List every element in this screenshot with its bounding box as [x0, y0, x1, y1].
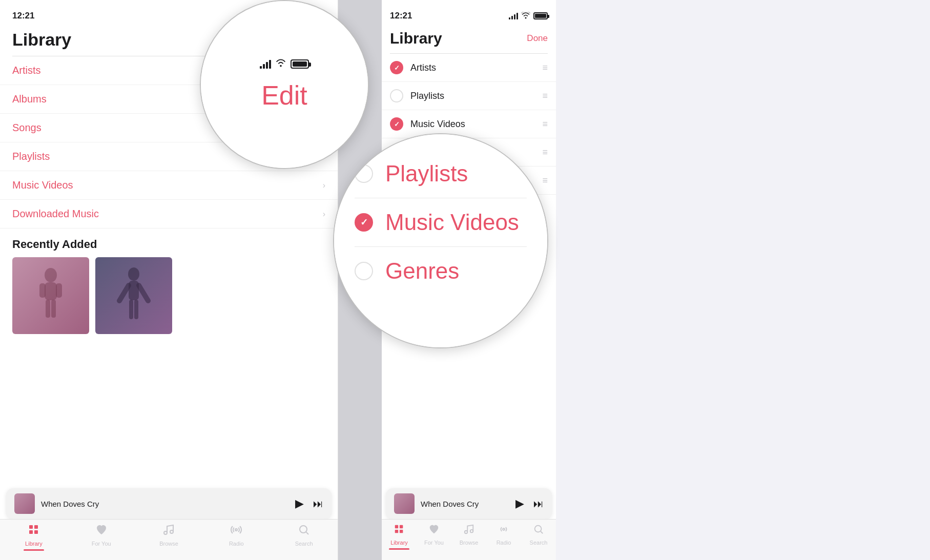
now-playing-title-right: When Doves Cry: [421, 500, 509, 508]
svg-point-26: [470, 530, 473, 533]
tab-bar-right: Library For You Browse Radio Search: [382, 519, 556, 560]
svg-rect-14: [34, 525, 38, 529]
tab-browse-right[interactable]: Browse: [451, 524, 486, 546]
menu-label-artists: Artists: [12, 65, 41, 76]
tab-search-right[interactable]: Search: [521, 524, 556, 546]
skip-button-right[interactable]: ⏭: [533, 498, 544, 510]
drag-handle-genres[interactable]: ≡: [542, 147, 548, 158]
tab-search-left[interactable]: Search: [270, 524, 338, 547]
mag-item-genres[interactable]: Genres: [355, 247, 527, 295]
now-playing-controls-left: ▶ ⏭: [295, 497, 323, 510]
tab-label-radio-right: Radio: [497, 540, 511, 546]
edit-item-playlists-left: Playlists: [390, 89, 444, 102]
check-playlists[interactable]: [390, 89, 403, 102]
menu-label-downloaded: Downloaded Music: [12, 208, 99, 220]
svg-rect-10: [129, 300, 133, 319]
tab-foryou-left[interactable]: For You: [68, 524, 135, 547]
edit-item-artists-left: Artists: [390, 61, 436, 74]
now-playing-controls-right: ▶ ⏭: [515, 497, 544, 510]
svg-point-27: [503, 528, 505, 530]
skip-button-left[interactable]: ⏭: [313, 498, 323, 510]
done-button-right[interactable]: Done: [527, 33, 548, 44]
svg-rect-15: [34, 530, 38, 534]
mag-bottom-content: Playlists Music Videos Genres: [334, 134, 547, 347]
svg-rect-22: [395, 530, 398, 533]
svg-rect-24: [400, 530, 403, 533]
check-music-videos[interactable]: [390, 117, 403, 131]
tab-label-radio-left: Radio: [229, 541, 244, 547]
menu-label-playlists: Playlists: [12, 151, 50, 162]
drag-handle-artists[interactable]: ≡: [542, 63, 548, 73]
svg-rect-13: [29, 530, 33, 534]
mag-check-empty-genres: [355, 262, 373, 280]
svg-rect-1: [45, 282, 57, 300]
mag-item-music-videos[interactable]: Music Videos: [355, 198, 527, 247]
library-icon-right: [394, 524, 405, 538]
tab-foryou-right[interactable]: For You: [417, 524, 451, 546]
tab-radio-left[interactable]: Radio: [202, 524, 270, 547]
magnifier-top: Edit: [200, 0, 369, 169]
tab-label-foryou-right: For You: [424, 540, 444, 546]
radio-icon-left: [230, 524, 242, 539]
drag-handle-playlists[interactable]: ≡: [542, 91, 548, 101]
svg-point-17: [170, 530, 173, 533]
edit-item-artists[interactable]: Artists ≡: [382, 54, 556, 82]
tab-browse-left[interactable]: Browse: [135, 524, 203, 547]
album-thumb-2[interactable]: [95, 257, 172, 334]
edit-label-music-videos: Music Videos: [410, 119, 465, 130]
edit-label-artists: Artists: [410, 63, 436, 73]
tab-library-right[interactable]: Library: [382, 524, 417, 550]
menu-label-songs: Songs: [12, 122, 42, 134]
signal-bars-right: [509, 12, 518, 19]
svg-point-18: [235, 529, 237, 531]
edit-label-playlists: Playlists: [410, 91, 444, 101]
drag-handle-downloaded[interactable]: ≡: [542, 175, 548, 186]
svg-rect-5: [51, 300, 56, 318]
mag-label-genres: Genres: [385, 258, 459, 284]
menu-item-downloaded[interactable]: Downloaded Music ›: [0, 200, 338, 229]
battery-icon-right: [533, 12, 548, 19]
album-thumb-1[interactable]: [12, 257, 89, 334]
svg-point-6: [128, 267, 139, 281]
magnifier-bottom: Playlists Music Videos Genres: [333, 133, 548, 348]
search-icon-right: [533, 524, 544, 538]
svg-line-8: [119, 285, 129, 301]
drag-handle-music-videos[interactable]: ≡: [542, 119, 548, 130]
now-playing-thumb-right: [394, 493, 415, 514]
svg-rect-11: [134, 300, 138, 319]
edit-item-videos-left: Music Videos: [390, 117, 465, 131]
svg-rect-12: [29, 525, 33, 529]
mag-label-music-videos: Music Videos: [385, 210, 519, 235]
chevron-downloaded: ›: [323, 210, 325, 219]
menu-item-music-videos[interactable]: Music Videos ›: [0, 171, 338, 200]
mag-item-playlists[interactable]: Playlists: [355, 150, 527, 198]
tab-bar-left: Library For You Browse Radio Search: [0, 519, 338, 560]
play-button-right[interactable]: ▶: [515, 497, 524, 510]
recently-added-header: Recently Added: [0, 229, 338, 257]
wifi-icon-right: [521, 12, 530, 20]
edit-item-playlists[interactable]: Playlists ≡: [382, 82, 556, 110]
edit-item-music-videos[interactable]: Music Videos ≡: [382, 110, 556, 138]
tab-label-library-left: Library: [25, 541, 43, 547]
now-playing-thumb-left: [14, 493, 35, 514]
library-title-right: Library: [390, 30, 442, 47]
mag-edit-label[interactable]: Edit: [261, 80, 307, 111]
svg-line-9: [139, 285, 148, 301]
radio-icon-right: [498, 524, 509, 538]
status-bar-right: 12:21: [382, 0, 556, 26]
play-button-left[interactable]: ▶: [295, 497, 304, 510]
tab-radio-right[interactable]: Radio: [486, 524, 521, 546]
status-icons-right: [509, 12, 548, 20]
now-playing-bar-left[interactable]: When Doves Cry ▶ ⏭: [6, 488, 332, 519]
mag-check-music-videos[interactable]: [355, 213, 373, 232]
check-artists[interactable]: [390, 61, 403, 74]
svg-line-20: [306, 532, 308, 534]
svg-rect-23: [400, 525, 403, 528]
svg-point-19: [300, 526, 307, 533]
library-icon-left: [28, 524, 40, 539]
time-right: 12:21: [390, 11, 412, 21]
svg-rect-21: [395, 525, 398, 528]
tab-indicator-right: [389, 548, 409, 550]
tab-library-left[interactable]: Library: [0, 524, 68, 551]
now-playing-bar-right[interactable]: When Doves Cry ▶ ⏭: [386, 488, 552, 519]
